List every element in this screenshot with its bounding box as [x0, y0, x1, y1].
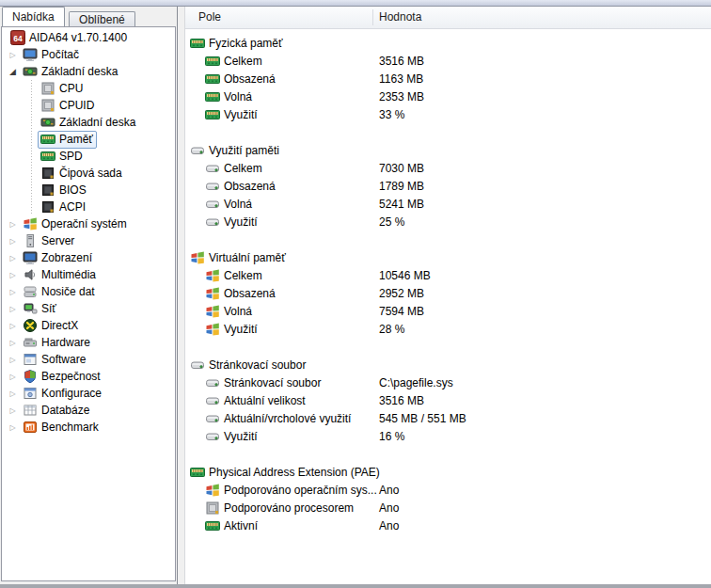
report-row-obsazena[interactable]: Obsazená1163 MB [185, 70, 711, 87]
report-row-volna[interactable]: Volná2353 MB [185, 87, 711, 105]
expand-arrow-icon[interactable]: ▷ [6, 254, 20, 262]
expand-arrow-icon[interactable]: ▷ [6, 406, 20, 415]
directx-icon [22, 318, 38, 333]
report-row-strankovaci-soubor[interactable]: Stránkovací souborC:\pagefile.sys [185, 373, 711, 391]
report-field-label: Využití [224, 430, 258, 443]
tree-item-hardware[interactable]: ▷Hardware [2, 334, 175, 351]
tree-item-cpu[interactable]: CPU [2, 80, 175, 97]
tree-item-label: SPD [59, 150, 83, 163]
report-group-physical-address-extension-pae[interactable]: Physical Address Extension (PAE) [185, 463, 711, 481]
tree-item-directx[interactable]: ▷DirectX [2, 317, 175, 334]
tree-item-label: BIOS [59, 183, 87, 197]
expand-arrow-icon[interactable]: ▷ [6, 305, 20, 313]
tree-item-multimedia[interactable]: ▷Multimédia [2, 266, 175, 283]
motherboard-icon [22, 64, 38, 79]
report-row-volna[interactable]: Volná5241 MB [185, 195, 711, 213]
tree-item-label: CPUID [59, 99, 94, 112]
tree-item-content: Základní deska [20, 63, 121, 81]
pagefile-icon [204, 393, 220, 408]
report-row-aktualni-velikost[interactable]: Aktuální velikost3516 MB [185, 391, 711, 409]
network-icon [22, 301, 38, 316]
tree-item-content: Operační systém [20, 215, 131, 233]
config-icon [22, 386, 38, 401]
tree-item-cpuid[interactable]: CPUID [2, 97, 175, 114]
report-group-vyuziti-pameti[interactable]: Využití paměti [185, 141, 711, 159]
column-divider[interactable] [372, 9, 373, 25]
tree-item-content: Zobrazení [20, 249, 96, 267]
report-value: 2952 MB [379, 287, 424, 300]
tree-item-content: Hardware [20, 334, 94, 352]
tree-item-content: ACPI [38, 199, 89, 216]
tree-item-label: Hardware [41, 336, 90, 349]
windows-icon [189, 250, 205, 265]
expand-arrow-icon[interactable]: ▷ [6, 288, 20, 296]
pane-splitter[interactable] [177, 7, 185, 584]
tree-item-benchmark[interactable]: ▷Benchmark [2, 419, 175, 436]
tree-item-zobrazeni[interactable]: ▷Zobrazení [2, 249, 175, 266]
report-row-vyuziti[interactable]: Využití28 % [185, 320, 711, 338]
column-header-hodnota[interactable]: Hodnota [379, 10, 421, 24]
tree-item-label: Server [41, 234, 74, 247]
report-row-vyuziti[interactable]: Využití33 % [185, 105, 711, 123]
report-field-label: Stránkovací soubor [224, 376, 321, 389]
report-row-vyuziti[interactable]: Využití25 % [185, 213, 711, 230]
expand-arrow-icon[interactable]: ▷ [6, 220, 20, 229]
expand-arrow-icon[interactable]: ▷ [6, 271, 20, 279]
expand-arrow-icon[interactable]: ▷ [6, 423, 20, 432]
tree-item-software[interactable]: ▷Software [2, 351, 175, 368]
ram-icon [40, 149, 55, 164]
report-field-label: Podporováno procesorem [224, 501, 354, 515]
report-row-celkem[interactable]: Celkem7030 MB [185, 159, 711, 177]
expand-arrow-icon[interactable]: ▷ [6, 373, 20, 381]
tree-item-zakladni-deska[interactable]: ◢Základní deska [2, 63, 175, 80]
tree-item-konfigurace[interactable]: ▷Konfigurace [2, 385, 175, 402]
tree-item-cipova-sada[interactable]: Čipová sada [2, 165, 175, 182]
report-field-label: Volná [224, 90, 252, 103]
collapse-arrow-icon[interactable]: ◢ [6, 67, 20, 76]
tree-item-label: Nosiče dat [41, 285, 95, 298]
report-field-label: Aktivní [224, 519, 258, 532]
report-row-podporovano-operacnim-sys[interactable]: Podporováno operačním sys...Ano [185, 481, 711, 499]
tree-item-label: Benchmark [41, 421, 99, 434]
report-value: Ano [379, 484, 399, 497]
tree-item-aida64-v1-70-1400[interactable]: 64AIDA64 v1.70.1400 [2, 29, 175, 46]
expand-arrow-icon[interactable]: ▷ [6, 356, 20, 364]
aida64-icon: 64 [9, 30, 25, 45]
tree-item-databaze[interactable]: ▷Databáze [2, 402, 175, 419]
report-list: Fyzická paměťCelkem3516 MBObsazená1163 M… [185, 29, 711, 534]
report-group-strankovaci-soubor[interactable]: Stránkovací soubor [185, 356, 711, 373]
tree-item-server[interactable]: ▷Server [2, 232, 175, 249]
report-group-virtualni-pamet[interactable]: Virtuální paměť [185, 248, 711, 266]
report-group-fyzicka-pamet[interactable]: Fyzická paměť [185, 34, 711, 52]
tree-item-nosice-dat[interactable]: ▷Nosiče dat [2, 283, 175, 300]
report-row-celkem[interactable]: Celkem10546 MB [185, 266, 711, 284]
report-row-obsazena[interactable]: Obsazená2952 MB [185, 284, 711, 302]
tree-item-operacni-system[interactable]: ▷Operační systém [2, 215, 175, 232]
tab-nabidka[interactable]: Nabídka [2, 7, 65, 26]
windows-icon [204, 322, 220, 337]
report-row-obsazena[interactable]: Obsazená1789 MB [185, 177, 711, 195]
report-row-podporovano-procesorem[interactable]: Podporováno procesoremAno [185, 499, 711, 516]
multimedia-icon [22, 267, 38, 282]
tree-item-bios[interactable]: BIOS [2, 182, 175, 199]
report-row-aktualni-vrcholove-vyuziti[interactable]: Aktuální/vrcholové využití545 MB / 551 M… [185, 409, 711, 427]
tree-item-pamet[interactable]: Paměť [2, 131, 175, 148]
expand-arrow-icon[interactable]: ▷ [6, 389, 20, 398]
tree-item-pocitac[interactable]: ▷Počítač [2, 46, 175, 63]
tree-item-acpi[interactable]: ACPI [2, 199, 175, 215]
expand-arrow-icon[interactable]: ▷ [6, 339, 20, 347]
column-header-pole[interactable]: Pole [198, 10, 221, 24]
windows-icon [204, 268, 220, 283]
report-row-volna[interactable]: Volná7594 MB [185, 302, 711, 320]
tree-item-sit[interactable]: ▷Síť [2, 300, 175, 317]
tree-item-zakladni-deska[interactable]: Základní deska [2, 114, 175, 131]
expand-arrow-icon[interactable]: ▷ [6, 51, 20, 59]
tree-item-bezpecnost[interactable]: ▷Bezpečnost [2, 368, 175, 385]
report-row-aktivni[interactable]: AktivníAno [185, 516, 711, 534]
report-row-vyuziti[interactable]: Využití16 % [185, 427, 711, 445]
expand-arrow-icon[interactable]: ▷ [6, 237, 20, 246]
report-value: 1163 MB [379, 72, 423, 86]
tree-item-spd[interactable]: SPD [2, 148, 175, 165]
report-row-celkem[interactable]: Celkem3516 MB [185, 52, 711, 70]
expand-arrow-icon[interactable]: ▷ [6, 322, 20, 330]
